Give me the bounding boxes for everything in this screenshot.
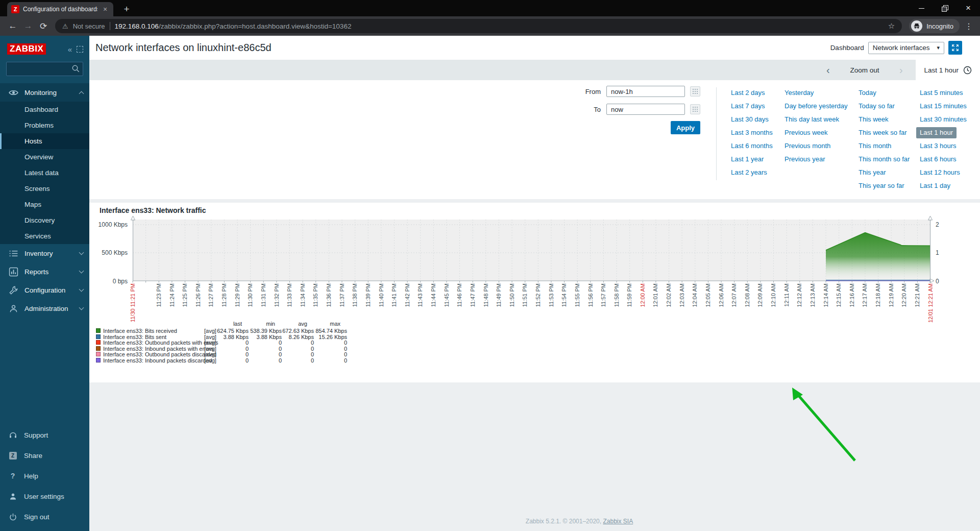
quick-range-last-6-months[interactable]: Last 6 months (731, 139, 773, 153)
reload-button[interactable]: ⟳ (36, 18, 51, 34)
sidebar-item-reports[interactable]: Reports (0, 262, 89, 281)
quick-range-last-3-hours[interactable]: Last 3 hours (920, 139, 967, 153)
quick-range-last-7-days[interactable]: Last 7 days (731, 100, 773, 113)
url-bar[interactable]: ⚠ Not secure 192.168.0.106/zabbix/zabbix… (55, 19, 902, 33)
quick-range-day-before-yesterday[interactable]: Day before yesterday (785, 100, 848, 113)
kiosk-mode-button[interactable] (948, 41, 962, 55)
sidebar-item-hosts[interactable]: Hosts (0, 133, 89, 149)
sidebar-footer-user-settings[interactable]: User settings (0, 486, 89, 506)
quick-range-today-so-far[interactable]: Today so far (859, 100, 910, 113)
new-tab-button[interactable]: + (119, 2, 134, 16)
quick-range-last-6-hours[interactable]: Last 6 hours (920, 153, 967, 166)
legend-row[interactable]: Interface ens33: Outbound packets discar… (89, 351, 980, 357)
footer-text: Zabbix 5.2.1. © 2001–2020, (526, 518, 603, 525)
sidebar-hide-icon[interactable] (77, 46, 83, 53)
legend-row[interactable]: Interface ens33: Inbound packets discard… (89, 357, 980, 364)
apply-button[interactable]: Apply (671, 121, 700, 134)
legend-row[interactable]: Interface ens33: Bits received[avg]624.7… (89, 328, 980, 334)
quick-range-this-day-last-week[interactable]: This day last week (785, 113, 848, 126)
minimize-icon (919, 8, 924, 9)
legend-value-max: 0 (306, 357, 347, 364)
x-tick-text: 12:03 AM (679, 283, 685, 307)
browser-menu-icon[interactable]: ⋮ (963, 21, 975, 31)
sidebar-collapse-icon[interactable]: « (68, 45, 72, 54)
sidebar-item-overview[interactable]: Overview (0, 149, 89, 165)
tab-close-icon[interactable]: × (101, 5, 109, 13)
sidebar-item-maps[interactable]: Maps (0, 197, 89, 212)
sidebar-footer-sign-out[interactable]: Sign out (0, 506, 89, 527)
sidebar-item-administration[interactable]: Administration (0, 299, 89, 318)
window-close-button[interactable]: × (957, 0, 980, 16)
legend-row[interactable]: Interface ens33: Inbound packets with er… (89, 346, 980, 352)
sidebar-item-dashboard[interactable]: Dashboard (0, 102, 89, 117)
quick-range-last-1-hour[interactable]: Last 1 hour (916, 127, 957, 138)
sidebar-footer-support[interactable]: Support (0, 425, 89, 445)
x-tick-text: 11:57 PM (600, 283, 606, 307)
search-icon[interactable] (71, 64, 80, 75)
quick-range-this-month-so-far[interactable]: This month so far (859, 153, 910, 166)
share-z-icon: Z (9, 452, 17, 460)
url-text[interactable]: 192.168.0.106/zabbix/zabbix.php?action=h… (115, 22, 884, 30)
quick-range-last-2-days[interactable]: Last 2 days (731, 86, 773, 100)
forward-button[interactable]: → (20, 18, 36, 34)
quick-range-yesterday[interactable]: Yesterday (785, 86, 848, 100)
quick-range-column-2: YesterdayDay before yesterdayThis day la… (785, 86, 848, 166)
quick-range-last-30-minutes[interactable]: Last 30 minutes (920, 113, 967, 126)
sidebar-footer-share[interactable]: ZShare (0, 445, 89, 466)
quick-range-last-5-minutes[interactable]: Last 5 minutes (920, 86, 967, 100)
quick-range-last-15-minutes[interactable]: Last 15 minutes (920, 100, 967, 113)
quick-range-last-1-year[interactable]: Last 1 year (731, 153, 773, 166)
browser-tab[interactable]: Z Configuration of dashboards × (7, 2, 113, 16)
x-tick-text: 11:53 PM (548, 283, 554, 307)
quick-range-previous-year[interactable]: Previous year (785, 153, 848, 166)
zabbix-app: ZABBIX « MonitoringDashboardProblemsHost… (0, 36, 980, 531)
zabbix-logo[interactable]: ZABBIX (7, 43, 46, 55)
quick-range-last-1-day[interactable]: Last 1 day (920, 179, 967, 192)
bookmark-star-icon[interactable]: ☆ (888, 21, 895, 31)
quick-range-previous-week[interactable]: Previous week (785, 126, 848, 139)
sidebar-item-problems[interactable]: Problems (0, 117, 89, 133)
sidebar-footer-help[interactable]: ?Help (0, 466, 89, 486)
sidebar-item-discovery[interactable]: Discovery (0, 212, 89, 228)
quick-range-last-2-years[interactable]: Last 2 years (731, 166, 773, 179)
x-tick-text: 11/30 11:21 PM (130, 283, 136, 322)
y-axis-label: 0 bps (89, 278, 128, 285)
quick-range-last-3-months[interactable]: Last 3 months (731, 126, 773, 139)
sidebar-item-services[interactable]: Services (0, 228, 89, 244)
quick-range-previous-month[interactable]: Previous month (785, 139, 848, 153)
legend-row[interactable]: Interface ens33: Outbound packets with e… (89, 340, 980, 346)
x-tick-text: 12:21 AM (914, 283, 920, 307)
back-button[interactable]: ← (5, 18, 20, 34)
x-tick-text: 11:40 PM (378, 283, 384, 307)
from-calendar-button[interactable] (690, 86, 700, 96)
quick-range-this-year-so-far[interactable]: This year so far (859, 179, 910, 192)
quick-range-last-30-days[interactable]: Last 30 days (731, 113, 773, 126)
sidebar-item-inventory[interactable]: Inventory (0, 244, 89, 262)
quick-range-last-12-hours[interactable]: Last 12 hours (920, 166, 967, 179)
zoom-out-button[interactable]: Zoom out (850, 66, 879, 74)
legend-row[interactable]: Interface ens33: Bits sent[avg]3.88 Kbps… (89, 334, 980, 340)
sidebar-item-latest-data[interactable]: Latest data (0, 165, 89, 181)
sidebar-section-inventory: Inventory (0, 244, 89, 262)
from-input[interactable] (606, 86, 685, 97)
quick-range-this-week-so-far[interactable]: This week so far (859, 126, 910, 139)
to-calendar-button[interactable] (690, 104, 700, 114)
time-range-tab[interactable]: Last 1 hour (916, 60, 980, 80)
quick-range-this-month[interactable]: This month (859, 139, 910, 153)
window-restore-button[interactable] (933, 0, 957, 16)
sidebar-item-screens[interactable]: Screens (0, 181, 89, 197)
quick-range-today[interactable]: Today (859, 86, 910, 100)
sidebar-item-configuration[interactable]: Configuration (0, 281, 89, 299)
to-input[interactable] (606, 104, 685, 115)
window-minimize-button[interactable] (910, 0, 933, 16)
quick-range-this-year[interactable]: This year (859, 166, 910, 179)
time-back-chevron[interactable]: ‹ (819, 60, 837, 80)
quick-range-this-week[interactable]: This week (859, 113, 910, 126)
legend-value-max: 854.74 Kbps (306, 328, 347, 334)
chart-title: Interface ens33: Network traffic (100, 206, 206, 214)
not-secure-label[interactable]: Not secure (73, 22, 105, 30)
sidebar-item-monitoring[interactable]: Monitoring (0, 83, 89, 102)
chart-plot-area[interactable] (133, 220, 930, 281)
footer-link[interactable]: Zabbix SIA (603, 518, 633, 525)
dashboard-select[interactable]: Network interfaces ▾ (868, 42, 944, 54)
